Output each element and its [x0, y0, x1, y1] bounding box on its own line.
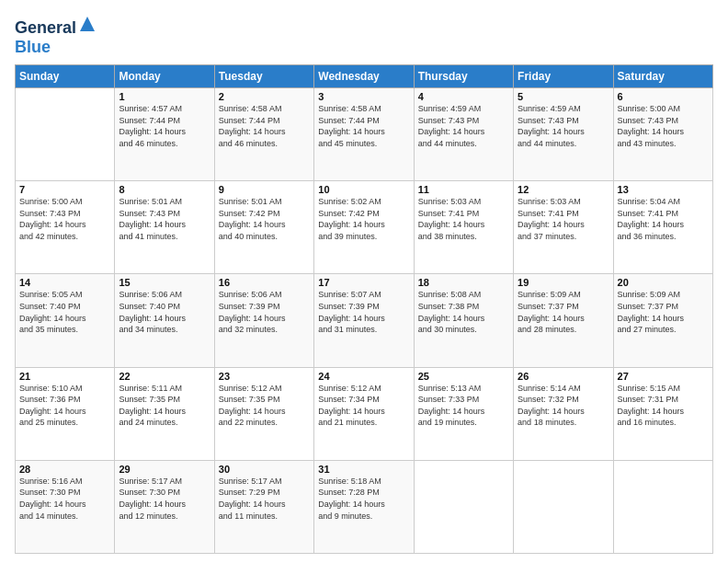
day-cell: 28Sunrise: 5:16 AM Sunset: 7:30 PM Dayli…: [16, 460, 115, 553]
day-content: Sunrise: 5:06 AM Sunset: 7:40 PM Dayligh…: [119, 289, 210, 335]
day-cell: 12Sunrise: 5:03 AM Sunset: 7:41 PM Dayli…: [514, 181, 613, 274]
day-cell: 26Sunrise: 5:14 AM Sunset: 7:32 PM Dayli…: [514, 367, 613, 460]
day-header-thursday: Thursday: [414, 65, 513, 88]
day-content: Sunrise: 5:13 AM Sunset: 7:33 PM Dayligh…: [418, 383, 509, 429]
day-cell: 14Sunrise: 5:05 AM Sunset: 7:40 PM Dayli…: [16, 274, 115, 367]
day-header-saturday: Saturday: [613, 65, 712, 88]
day-number: 27: [618, 371, 709, 382]
day-content: Sunrise: 5:01 AM Sunset: 7:42 PM Dayligh…: [219, 196, 310, 242]
day-content: Sunrise: 4:58 AM Sunset: 7:44 PM Dayligh…: [318, 103, 409, 149]
calendar-page: General Blue SundayMondayTuesdayWednesda…: [0, 0, 728, 563]
day-cell: 23Sunrise: 5:12 AM Sunset: 7:35 PM Dayli…: [214, 367, 313, 460]
week-row-0: 1Sunrise: 4:57 AM Sunset: 7:44 PM Daylig…: [16, 88, 713, 181]
day-cell: 3Sunrise: 4:58 AM Sunset: 7:44 PM Daylig…: [314, 88, 414, 181]
day-content: Sunrise: 5:16 AM Sunset: 7:30 PM Dayligh…: [19, 476, 110, 522]
day-number: 2: [219, 91, 310, 102]
day-number: 19: [518, 277, 609, 288]
day-number: 4: [418, 91, 509, 102]
day-cell: 16Sunrise: 5:06 AM Sunset: 7:39 PM Dayli…: [214, 274, 313, 367]
day-cell: 24Sunrise: 5:12 AM Sunset: 7:34 PM Dayli…: [314, 367, 414, 460]
calendar-table: SundayMondayTuesdayWednesdayThursdayFrid…: [15, 64, 713, 554]
day-content: Sunrise: 5:11 AM Sunset: 7:35 PM Dayligh…: [119, 383, 210, 429]
day-number: 25: [418, 371, 509, 382]
page-header: General Blue: [15, 15, 713, 57]
day-content: Sunrise: 5:05 AM Sunset: 7:40 PM Dayligh…: [19, 289, 110, 335]
day-content: Sunrise: 5:12 AM Sunset: 7:34 PM Dayligh…: [318, 383, 409, 429]
day-number: 31: [318, 464, 409, 475]
day-cell: 13Sunrise: 5:04 AM Sunset: 7:41 PM Dayli…: [613, 181, 712, 274]
day-content: Sunrise: 5:15 AM Sunset: 7:31 PM Dayligh…: [618, 383, 709, 429]
day-content: Sunrise: 5:00 AM Sunset: 7:43 PM Dayligh…: [19, 196, 110, 242]
day-cell: 1Sunrise: 4:57 AM Sunset: 7:44 PM Daylig…: [115, 88, 214, 181]
day-content: Sunrise: 5:06 AM Sunset: 7:39 PM Dayligh…: [219, 289, 310, 335]
day-content: Sunrise: 4:59 AM Sunset: 7:43 PM Dayligh…: [418, 103, 509, 149]
day-cell: 11Sunrise: 5:03 AM Sunset: 7:41 PM Dayli…: [414, 181, 513, 274]
week-row-3: 21Sunrise: 5:10 AM Sunset: 7:36 PM Dayli…: [16, 367, 713, 460]
day-cell: 25Sunrise: 5:13 AM Sunset: 7:33 PM Dayli…: [414, 367, 513, 460]
logo-general: General: [15, 18, 76, 37]
day-number: 6: [618, 91, 709, 102]
day-cell: [16, 88, 115, 181]
day-number: 9: [219, 184, 310, 195]
day-cell: [514, 460, 613, 553]
day-number: 17: [318, 277, 409, 288]
day-content: Sunrise: 4:58 AM Sunset: 7:44 PM Dayligh…: [219, 103, 310, 149]
day-cell: 27Sunrise: 5:15 AM Sunset: 7:31 PM Dayli…: [613, 367, 712, 460]
day-cell: 7Sunrise: 5:00 AM Sunset: 7:43 PM Daylig…: [16, 181, 115, 274]
day-number: 1: [119, 91, 210, 102]
day-number: 21: [19, 371, 110, 382]
day-number: 26: [518, 371, 609, 382]
day-cell: 9Sunrise: 5:01 AM Sunset: 7:42 PM Daylig…: [214, 181, 313, 274]
day-cell: 19Sunrise: 5:09 AM Sunset: 7:37 PM Dayli…: [514, 274, 613, 367]
day-header-monday: Monday: [115, 65, 214, 88]
logo: General Blue: [15, 15, 97, 57]
day-cell: 17Sunrise: 5:07 AM Sunset: 7:39 PM Dayli…: [314, 274, 414, 367]
day-content: Sunrise: 5:03 AM Sunset: 7:41 PM Dayligh…: [418, 196, 509, 242]
day-cell: 8Sunrise: 5:01 AM Sunset: 7:43 PM Daylig…: [115, 181, 214, 274]
day-number: 14: [19, 277, 110, 288]
day-cell: 30Sunrise: 5:17 AM Sunset: 7:29 PM Dayli…: [214, 460, 313, 553]
day-content: Sunrise: 5:08 AM Sunset: 7:38 PM Dayligh…: [418, 289, 509, 335]
day-cell: 15Sunrise: 5:06 AM Sunset: 7:40 PM Dayli…: [115, 274, 214, 367]
calendar-body: 1Sunrise: 4:57 AM Sunset: 7:44 PM Daylig…: [16, 88, 713, 554]
week-row-1: 7Sunrise: 5:00 AM Sunset: 7:43 PM Daylig…: [16, 181, 713, 274]
day-cell: 4Sunrise: 4:59 AM Sunset: 7:43 PM Daylig…: [414, 88, 513, 181]
day-content: Sunrise: 5:02 AM Sunset: 7:42 PM Dayligh…: [318, 196, 409, 242]
day-number: 20: [618, 277, 709, 288]
day-cell: 22Sunrise: 5:11 AM Sunset: 7:35 PM Dayli…: [115, 367, 214, 460]
day-number: 18: [418, 277, 509, 288]
day-cell: 5Sunrise: 4:59 AM Sunset: 7:43 PM Daylig…: [514, 88, 613, 181]
day-content: Sunrise: 5:09 AM Sunset: 7:37 PM Dayligh…: [518, 289, 609, 335]
day-cell: 18Sunrise: 5:08 AM Sunset: 7:38 PM Dayli…: [414, 274, 513, 367]
day-content: Sunrise: 5:12 AM Sunset: 7:35 PM Dayligh…: [219, 383, 310, 429]
header-row: SundayMondayTuesdayWednesdayThursdayFrid…: [16, 65, 713, 88]
day-header-sunday: Sunday: [16, 65, 115, 88]
day-content: Sunrise: 5:18 AM Sunset: 7:28 PM Dayligh…: [318, 476, 409, 522]
day-content: Sunrise: 5:01 AM Sunset: 7:43 PM Dayligh…: [119, 196, 210, 242]
day-content: Sunrise: 5:17 AM Sunset: 7:29 PM Dayligh…: [219, 476, 310, 522]
calendar-header: SundayMondayTuesdayWednesdayThursdayFrid…: [16, 65, 713, 88]
day-cell: [414, 460, 513, 553]
day-cell: 21Sunrise: 5:10 AM Sunset: 7:36 PM Dayli…: [16, 367, 115, 460]
day-content: Sunrise: 4:59 AM Sunset: 7:43 PM Dayligh…: [518, 103, 609, 149]
day-cell: [613, 460, 712, 553]
day-cell: 29Sunrise: 5:17 AM Sunset: 7:30 PM Dayli…: [115, 460, 214, 553]
day-content: Sunrise: 4:57 AM Sunset: 7:44 PM Dayligh…: [119, 103, 210, 149]
day-header-friday: Friday: [514, 65, 613, 88]
day-cell: 6Sunrise: 5:00 AM Sunset: 7:43 PM Daylig…: [613, 88, 712, 181]
day-number: 3: [318, 91, 409, 102]
day-content: Sunrise: 5:10 AM Sunset: 7:36 PM Dayligh…: [19, 383, 110, 429]
day-cell: 20Sunrise: 5:09 AM Sunset: 7:37 PM Dayli…: [613, 274, 712, 367]
week-row-4: 28Sunrise: 5:16 AM Sunset: 7:30 PM Dayli…: [16, 460, 713, 553]
day-content: Sunrise: 5:00 AM Sunset: 7:43 PM Dayligh…: [618, 103, 709, 149]
day-cell: 10Sunrise: 5:02 AM Sunset: 7:42 PM Dayli…: [314, 181, 414, 274]
day-number: 11: [418, 184, 509, 195]
day-content: Sunrise: 5:14 AM Sunset: 7:32 PM Dayligh…: [518, 383, 609, 429]
day-number: 12: [518, 184, 609, 195]
day-number: 10: [318, 184, 409, 195]
day-content: Sunrise: 5:03 AM Sunset: 7:41 PM Dayligh…: [518, 196, 609, 242]
logo-icon: [78, 15, 97, 33]
day-cell: 31Sunrise: 5:18 AM Sunset: 7:28 PM Dayli…: [314, 460, 414, 553]
day-number: 7: [19, 184, 110, 195]
svg-marker-0: [80, 17, 95, 31]
